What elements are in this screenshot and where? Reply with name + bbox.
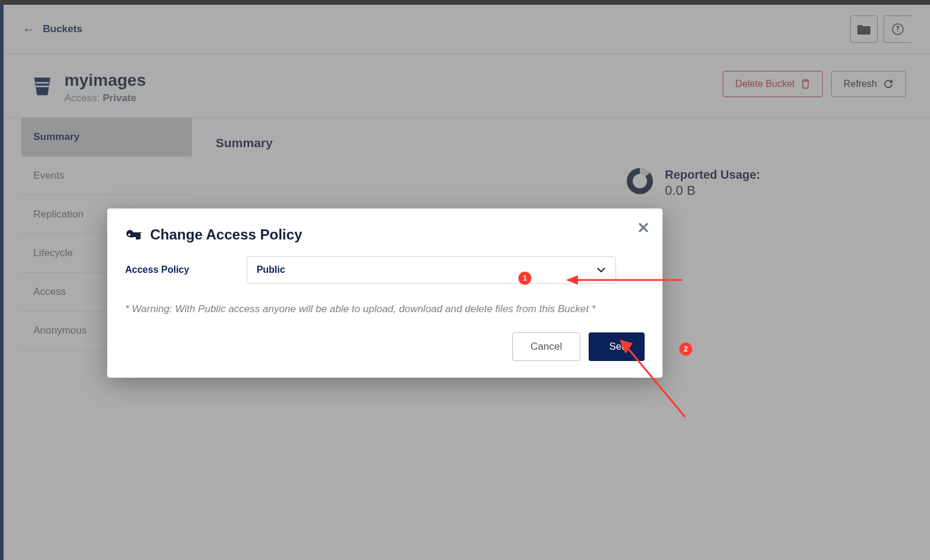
close-icon [637,222,649,234]
modal-actions: Cancel Set [125,332,645,361]
modal-body: Access Policy Public [125,256,645,284]
access-policy-value: Public [257,265,285,275]
cancel-button[interactable]: Cancel [512,332,581,361]
modal-close-button[interactable] [637,222,649,234]
change-access-policy-modal: Change Access Policy Access Policy Publi… [107,209,662,378]
chevron-down-icon [596,267,606,273]
set-button[interactable]: Set [589,332,645,361]
modal-title: Change Access Policy [150,226,302,243]
warning-text: * Warning: With Public access anyone wil… [125,301,645,317]
key-icon [125,228,143,242]
modal-header: Change Access Policy [125,226,645,243]
access-policy-label: Access Policy [125,265,189,275]
access-policy-select[interactable]: Public [247,256,616,284]
